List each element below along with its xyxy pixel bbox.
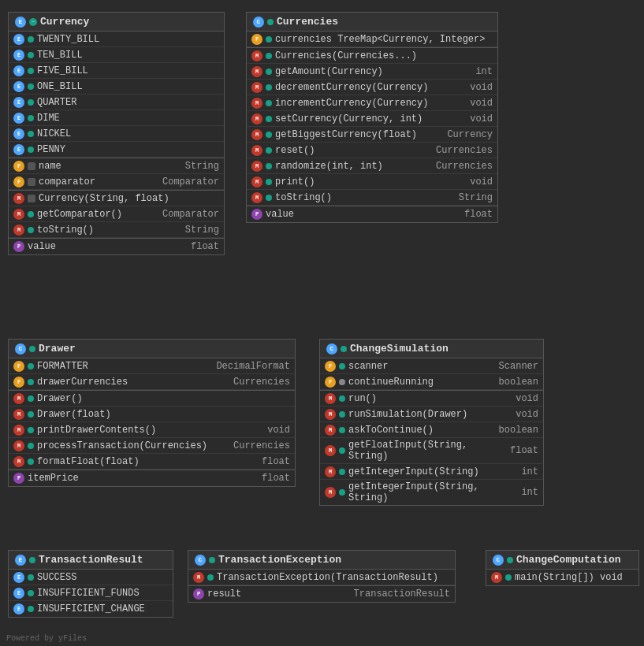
currencies-field-icon: F [251,34,262,45]
insufficient-funds-icon: E [13,588,24,599]
row-setcurrency: M setCurrency(Currency, int) void [247,111,497,127]
setcurrency-type: void [470,113,493,124]
incrementcurrency-vis [266,100,272,106]
row-main: M main(String[]) void [486,570,638,585]
main-vis [505,574,512,581]
setcurrency-icon: M [251,113,262,124]
changecomputation-vis-icon [507,557,513,563]
changecomputation-title: ChangeComputation [516,554,621,566]
quarter-icon: E [13,97,24,108]
incrementcurrency-name: incrementCurrency(Currency) [275,98,460,109]
row-currencies-value: P value float [247,206,497,222]
currency-title: Currency [40,16,89,28]
name-field-type: String [185,161,219,172]
row-insufficient-funds: E INSUFFICIENT_FUNDS [9,585,173,601]
name-lock-icon [28,162,35,170]
transactionexception-class-box: C TransactionException M TransactionExce… [188,550,456,603]
processtransaction-name: processTransaction(Currencies) [37,440,224,451]
randomize-icon: M [251,161,262,172]
drawercurrencies-icon: F [13,377,24,388]
currencies-value-type: float [464,209,493,220]
currencies-class-box: C Currencies F currencies TreeMap<Curren… [246,12,498,223]
getbiggestcurrency-name: getBiggestCurrency(float) [275,129,437,140]
currencies-field-vis [266,36,272,43]
row-comparator-field: F comparator Comparator [9,174,224,190]
row-name-field: F name String [9,158,224,174]
transactionexception-vis-icon [209,557,215,563]
decrementcurrency-icon: M [251,82,262,93]
row-twenty-bill: E TWENTY_BILL [9,32,224,47]
drawer-ctor-float-vis [28,411,34,418]
run-name: run() [348,393,506,404]
row-currencies-tostring: M toString() String [247,190,497,206]
randomize-vis [266,163,272,169]
row-itemprice: P itemPrice float [9,470,295,486]
name-field-icon: F [13,161,24,172]
drawer-vis-icon [29,346,35,352]
scanner-icon: F [325,361,336,372]
one-bill-icon: E [13,81,24,92]
getintegerinput2-vis [339,489,345,496]
currencies-title: Currencies [277,16,338,28]
formatfloat-icon: M [13,456,24,467]
getfloatinput-name: getFloatInput(String, String) [348,440,501,462]
row-run: M run() void [320,391,543,407]
success-name: SUCCESS [37,572,168,583]
getintegerinput1-name: getIntegerInput(String) [348,466,512,477]
drawer-type-icon: C [15,343,26,355]
processtransaction-vis [28,443,34,449]
row-result: P result TransactionResult [188,586,455,602]
result-name: result [207,588,344,600]
currency-value-icon: P [13,241,24,252]
getbiggestcurrency-icon: M [251,129,262,140]
row-drawer-ctor-empty: M Drawer() [9,391,295,407]
run-vis [339,395,345,402]
print-vis [266,179,272,185]
asktocontinue-type: boolean [499,425,538,436]
formatter-type: DecimalFormat [216,361,290,372]
row-currencies-field: F currencies TreeMap<Currency, Integer> [247,32,497,47]
twenty-bill-vis [28,36,34,43]
insufficient-funds-name: INSUFFICIENT_FUNDS [37,588,168,599]
currencies-tostring-icon: M [251,192,262,203]
currencies-header: C Currencies [247,13,497,32]
scanner-name: scanner [348,361,490,372]
processtransaction-icon: M [13,440,24,451]
runsimulation-icon: M [325,409,336,420]
asktocontinue-vis [339,427,345,433]
drawer-header: C Drawer [9,340,295,358]
transactionexception-ctor-name: TransactionException(TransactionResult) [217,572,450,583]
getintegerinput1-icon: M [325,466,336,477]
row-penny: E PENNY [9,142,224,158]
row-success: E SUCCESS [9,570,173,585]
currencies-value-icon: P [251,209,262,220]
print-type: void [470,176,493,187]
formatfloat-type: float [262,456,290,467]
getintegerinput2-icon: M [325,487,336,498]
itemprice-icon: P [13,473,24,484]
row-transactionexception-ctor: M TransactionException(TransactionResult… [188,570,455,585]
row-continuerunning: F continueRunning boolean [320,374,543,390]
transactionexception-ctor-icon: M [193,572,204,583]
result-type: TransactionResult [354,588,450,600]
dime-name: DIME [37,113,219,124]
row-currency-tostring: M toString() String [9,222,224,238]
runsimulation-vis [339,411,345,418]
getintegerinput2-type: int [521,487,538,498]
drawer-ctor-empty-name: Drawer() [37,393,290,404]
insufficient-change-icon: E [13,603,24,614]
formatter-icon: F [13,361,24,372]
currency-tostring-name: toString() [37,225,176,236]
row-formatfloat: M formatFloat(float) float [9,454,295,470]
row-getamount: M getAmount(Currency) int [247,64,497,80]
asktocontinue-name: askToContinue() [348,425,490,436]
currencies-value-name: value [266,209,455,220]
row-insufficient-change: E INSUFFICIENT_CHANGE [9,601,173,617]
insufficient-funds-vis [28,590,34,596]
changesimulation-type-icon: C [326,343,337,355]
nickel-icon: E [13,128,24,139]
result-icon: P [193,588,204,600]
row-currency-value: P value float [9,239,224,254]
changesimulation-class-box: C ChangeSimulation F scanner Scanner F c… [319,339,544,506]
decrementcurrency-type: void [470,82,493,93]
